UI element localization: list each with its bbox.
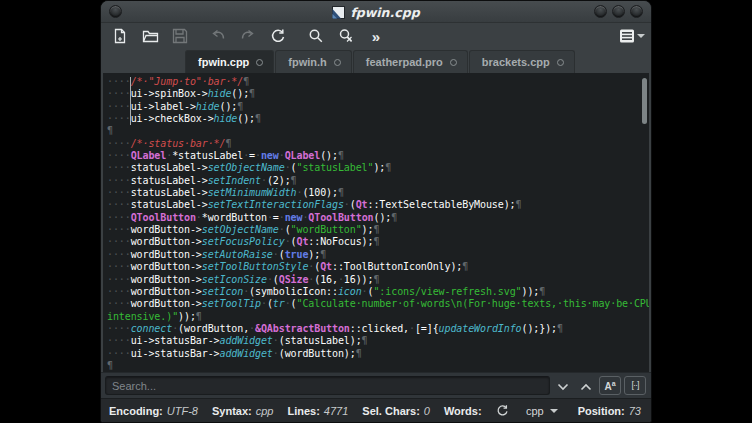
tab-fpwin.cpp[interactable]: fpwin.cpp [185, 50, 274, 73]
open-folder-icon [142, 28, 159, 44]
code-line: ····ui->statusBar->addWidget·(wordButton… [107, 348, 649, 360]
undo-button[interactable] [207, 25, 229, 47]
position-label: Position: [578, 405, 625, 417]
featherpad-window: fpwin.cpp [100, 0, 652, 423]
redo-button[interactable] [237, 25, 259, 47]
status-item-label: Encoding: [109, 405, 163, 417]
chevron-down-icon [557, 377, 569, 395]
tab-close-icon[interactable] [557, 59, 564, 66]
new-document-button[interactable] [109, 25, 131, 47]
find-previous-button[interactable] [576, 376, 596, 396]
search-off-button[interactable] [335, 25, 357, 47]
code-line: ····ui->statusBar->addWidget·(statusLabe… [107, 335, 649, 347]
status-item-value: 0 [424, 405, 430, 417]
tab-label: fpwin.h [288, 56, 327, 68]
code-line: ····statusLabel->setMinimumWidth·(100);¶ [107, 187, 649, 199]
tab-featherpad.pro[interactable]: featherpad.pro [353, 50, 468, 73]
tab-label: featherpad.pro [366, 56, 443, 68]
toolbar: » [101, 23, 651, 49]
main-menu-button[interactable] [621, 25, 643, 47]
status-item-syntax: Syntax:cpp [212, 405, 274, 417]
window-title: fpwin.cpp [350, 5, 419, 20]
code-line: ····wordButton->setAutoRaise·(true);¶ [107, 249, 649, 261]
match-case-button[interactable]: Aa [599, 376, 621, 395]
status-item-words: Words: [444, 405, 486, 417]
code-line: ····wordButton->setToolTip·(tr·("Calcula… [107, 298, 649, 310]
syntax-combobox[interactable]: cpp [522, 403, 562, 419]
save-button[interactable] [169, 25, 191, 47]
tab-label: brackets.cpp [482, 56, 550, 68]
code-line: ····wordButton->setToolButtonStyle·(Qt::… [107, 261, 649, 273]
redo-icon [240, 28, 256, 44]
featherpad-logo-icon [332, 6, 345, 19]
code-line: ····ui->label->hide();¶ [107, 101, 649, 113]
minimize-button[interactable] [594, 5, 607, 18]
code-line: ····statusLabel->setTextInteractionFlags… [107, 199, 649, 211]
search-input[interactable] [105, 376, 550, 395]
syntax-combobox-value: cpp [526, 405, 544, 417]
code-line: ····wordButton->setIcon·(symbolicIcon::i… [107, 286, 649, 298]
save-icon [172, 28, 188, 44]
tab-close-icon[interactable] [450, 59, 457, 66]
code-editor[interactable]: ····/*·"Jump·to"·bar·*/¶····ui->spinBox-… [103, 73, 649, 372]
hamburger-menu-icon [619, 29, 635, 43]
combobox-caret-icon [550, 409, 558, 413]
code-line: ····ui->checkBox->hide();¶ [107, 113, 649, 125]
code-line: ····wordButton->setFocusPolicy·(Qt::NoFo… [107, 236, 649, 248]
code-line: ····statusLabel->setIndent·(2);¶ [107, 175, 649, 187]
code-line: ····ui->spinBox->hide();¶ [107, 88, 649, 100]
code-line: ····wordButton->setObjectName·("wordButt… [107, 224, 649, 236]
indent-guide-line [130, 77, 131, 125]
find-next-button[interactable] [553, 376, 573, 396]
word-count-refresh-button[interactable] [496, 404, 509, 419]
tab-fpwin.h[interactable]: fpwin.h [275, 50, 352, 73]
status-bar: Encoding:UTF-8Syntax:cppLines:4771Sel. C… [101, 398, 651, 423]
title-bar[interactable]: fpwin.cpp [101, 1, 651, 23]
cursor-position: Position: 73 [578, 405, 641, 417]
tab-bar: fpwin.cppfpwin.hfeatherpad.probrackets.c… [101, 49, 651, 73]
status-item-sel-chars: Sel. Chars:0 [362, 405, 430, 417]
code-line: ····wordButton->setIconSize·(QSize·(16,·… [107, 274, 649, 286]
code-line: ····/*·status·bar·*/¶ [107, 138, 649, 150]
whole-word-button[interactable]: [··] [624, 376, 646, 395]
code-line: ····connect·(wordButton,·&QAbstractButto… [107, 323, 649, 335]
code-line: ¶ [107, 360, 649, 372]
position-value: 73 [629, 405, 641, 417]
tab-close-icon[interactable] [334, 59, 341, 66]
tab-label: fpwin.cpp [198, 56, 249, 68]
tab-brackets.cpp[interactable]: brackets.cpp [469, 50, 575, 73]
search-off-icon [338, 28, 355, 44]
status-item-label: Sel. Chars: [362, 405, 419, 417]
overflow-chevrons-icon: » [372, 29, 380, 44]
search-icon [308, 28, 324, 44]
match-case-icon: Aa [604, 380, 615, 392]
maximize-button[interactable] [612, 5, 625, 18]
undo-icon [210, 28, 226, 44]
search-bar: Aa [··] [101, 372, 651, 398]
status-item-label: Words: [444, 405, 482, 417]
whole-word-icon: [··] [632, 381, 639, 390]
menu-caret-icon [637, 34, 645, 38]
status-item-lines: Lines:4771 [287, 405, 348, 417]
status-item-label: Lines: [287, 405, 319, 417]
code-line: ¶ [107, 125, 649, 137]
code-line: intensive.)"));¶ [107, 311, 649, 323]
reload-button[interactable] [267, 25, 289, 47]
tab-close-icon[interactable] [256, 59, 263, 66]
window-menu-button[interactable] [109, 5, 122, 18]
toolbar-overflow-button[interactable]: » [365, 25, 387, 47]
code-line: ····QLabel·*statusLabel·=·new·QLabel();¶ [107, 150, 649, 162]
status-item-label: Syntax: [212, 405, 252, 417]
search-button[interactable] [305, 25, 327, 47]
open-button[interactable] [139, 25, 161, 47]
vertical-scrollbar-handle[interactable] [642, 78, 647, 124]
close-button[interactable] [630, 5, 643, 18]
desktop: fpwin.cpp [0, 0, 752, 423]
status-item-value: 4771 [324, 405, 348, 417]
chevron-up-icon [580, 377, 592, 395]
reload-icon [270, 28, 286, 44]
status-item-value: cpp [256, 405, 274, 417]
refresh-icon [496, 404, 509, 419]
editor-frame: ····/*·"Jump·to"·bar·*/¶····ui->spinBox-… [101, 73, 651, 372]
code-line: ····QToolButton·*wordButton·=·new·QToolB… [107, 212, 649, 224]
